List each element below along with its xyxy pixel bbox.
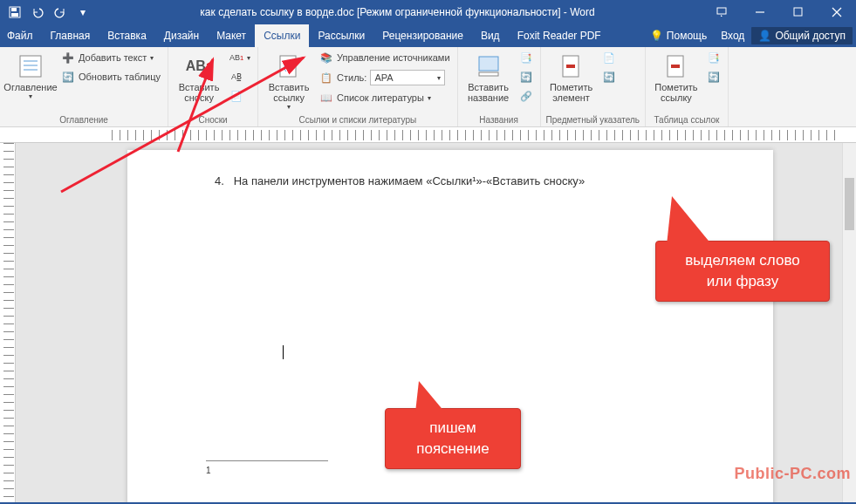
- mark-entry-icon: [558, 52, 586, 80]
- caption-icon: [475, 52, 503, 80]
- close-button[interactable]: [818, 0, 856, 24]
- tab-review[interactable]: Рецензирование: [373, 24, 472, 47]
- tab-home[interactable]: Главная: [42, 24, 99, 47]
- toc-button[interactable]: Оглавление ▾: [5, 49, 56, 100]
- tab-mailings[interactable]: Рассылки: [309, 24, 373, 47]
- insert-footnote-button[interactable]: AB1 Вставить сноску: [174, 49, 224, 103]
- insert-tof-button[interactable]: 📑: [517, 49, 535, 66]
- signin-button[interactable]: Вход: [714, 30, 751, 42]
- person-icon: 👤: [758, 30, 771, 42]
- insert-index-button[interactable]: 📄: [600, 49, 618, 66]
- text-cursor: [283, 345, 284, 359]
- mark-entry-button[interactable]: Пометить элемент: [546, 49, 597, 103]
- group-footnotes: AB1 Вставить сноску AB1▾ AB̲ 📄 Сноски: [168, 47, 258, 126]
- update-icon: 🔄: [61, 70, 75, 84]
- svg-rect-5: [794, 8, 802, 16]
- tab-file[interactable]: Файл: [0, 24, 42, 47]
- scroll-thumb[interactable]: [845, 178, 854, 230]
- share-button[interactable]: 👤Общий доступ: [751, 27, 853, 44]
- tab-design[interactable]: Дизайн: [155, 24, 208, 47]
- tab-foxit[interactable]: Foxit Reader PDF: [509, 24, 610, 47]
- svg-rect-19: [671, 65, 680, 68]
- toa-icon: 📑: [707, 51, 721, 65]
- show-notes-button[interactable]: 📄: [228, 87, 252, 105]
- index-icon: 📄: [602, 51, 616, 65]
- biblio-icon: 📖: [319, 91, 333, 105]
- svg-text:(-): (-): [284, 62, 292, 72]
- manage-sources-button[interactable]: 📚Управление источниками: [318, 49, 451, 66]
- titlebar: ▾ как сделать ссылку в ворде.doc [Режим …: [0, 0, 856, 24]
- tof-icon: 📑: [519, 51, 533, 65]
- quick-access-toolbar: ▾: [0, 3, 92, 22]
- redo-icon[interactable]: [51, 3, 70, 22]
- group-toc: Оглавление ▾ ➕Добавить текст ▾ 🔄Обновить…: [0, 47, 168, 126]
- ribbon: Оглавление ▾ ➕Добавить текст ▾ 🔄Обновить…: [0, 47, 856, 127]
- insert-toa-button[interactable]: 📑: [705, 49, 722, 66]
- add-text-icon: ➕: [61, 51, 75, 65]
- tab-references[interactable]: Ссылки: [255, 24, 309, 47]
- svg-rect-2: [11, 13, 18, 17]
- footnote-icon: AB1: [185, 52, 213, 80]
- update-toa-button[interactable]: 🔄: [705, 68, 722, 85]
- tab-layout[interactable]: Макет: [208, 24, 255, 47]
- tab-view[interactable]: Вид: [472, 24, 509, 47]
- citation-style: 📋Стиль: APA▾: [318, 68, 451, 87]
- footnote-separator: [206, 460, 328, 461]
- next-footnote-button[interactable]: AB̲: [228, 68, 252, 85]
- ruler-horizontal[interactable]: [0, 127, 856, 143]
- help-button[interactable]: 💡Помощь: [643, 30, 714, 42]
- minimize-button[interactable]: [741, 0, 779, 24]
- ribbon-options-icon[interactable]: [702, 0, 741, 24]
- update-index-button[interactable]: 🔄: [600, 68, 618, 85]
- style-combo[interactable]: APA▾: [370, 70, 445, 85]
- group-citations: (-) Вставить ссылку ▾ 📚Управление источн…: [258, 47, 457, 126]
- svg-rect-17: [566, 65, 575, 68]
- bulb-icon: 💡: [650, 30, 663, 42]
- sources-icon: 📚: [319, 51, 333, 65]
- mark-cite-icon: [662, 52, 690, 80]
- mark-citation-button[interactable]: Пометить ссылку: [651, 49, 702, 103]
- group-toa: Пометить ссылку 📑 🔄 Таблица ссылок: [646, 47, 729, 126]
- doc-paragraph[interactable]: 4. На панели инструментов нажимаем «Ссыл…: [215, 174, 695, 187]
- callout-write-note: пишем пояснение: [385, 408, 521, 469]
- callout-select-word: выделяем слово или фразу: [655, 241, 830, 302]
- footnote-number: 1: [206, 466, 211, 475]
- svg-rect-14: [479, 57, 498, 71]
- show-notes-icon: 📄: [229, 89, 243, 103]
- scrollbar-vertical[interactable]: [842, 143, 856, 502]
- watermark: Public-PC.com: [734, 465, 851, 483]
- next-footnote-icon: AB̲: [229, 70, 243, 84]
- update-tof-button[interactable]: 🔄: [517, 68, 535, 85]
- tab-insert[interactable]: Вставка: [99, 24, 155, 47]
- update-index-icon: 🔄: [602, 70, 616, 84]
- insert-caption-button[interactable]: Вставить название: [463, 49, 514, 103]
- svg-rect-1: [11, 8, 17, 11]
- style-icon: 📋: [319, 71, 333, 85]
- insert-endnote-button[interactable]: AB1▾: [228, 49, 252, 66]
- citation-icon: (-): [275, 52, 303, 80]
- add-text-button[interactable]: ➕Добавить текст ▾: [59, 49, 162, 66]
- group-index: Пометить элемент 📄 🔄 Предметный указател…: [541, 47, 646, 126]
- update-toa-icon: 🔄: [707, 70, 721, 84]
- maximize-button[interactable]: [779, 0, 818, 24]
- qat-more-icon[interactable]: ▾: [73, 3, 92, 22]
- group-captions: Вставить название 📑 🔄 🔗 Названия: [458, 47, 541, 126]
- toc-icon: [17, 52, 45, 80]
- endnote-icon: AB1: [229, 51, 243, 65]
- update-toc-button[interactable]: 🔄Обновить таблицу: [59, 68, 162, 85]
- svg-rect-15: [479, 72, 498, 76]
- cross-ref-icon: 🔗: [519, 89, 533, 103]
- ruler-vertical[interactable]: [0, 143, 16, 502]
- window-controls: [702, 0, 856, 24]
- svg-rect-8: [20, 56, 41, 77]
- svg-rect-3: [717, 8, 726, 14]
- update-tof-icon: 🔄: [519, 70, 533, 84]
- insert-citation-button[interactable]: (-) Вставить ссылку ▾: [264, 49, 314, 111]
- undo-icon[interactable]: [28, 3, 47, 22]
- cross-ref-button[interactable]: 🔗: [517, 87, 535, 105]
- window-title: как сделать ссылку в ворде.doc [Режим ог…: [92, 6, 702, 18]
- save-icon[interactable]: [5, 3, 24, 22]
- menu-bar: Файл Главная Вставка Дизайн Макет Ссылки…: [0, 24, 856, 47]
- bibliography-button[interactable]: 📖Список литературы ▾: [318, 89, 451, 106]
